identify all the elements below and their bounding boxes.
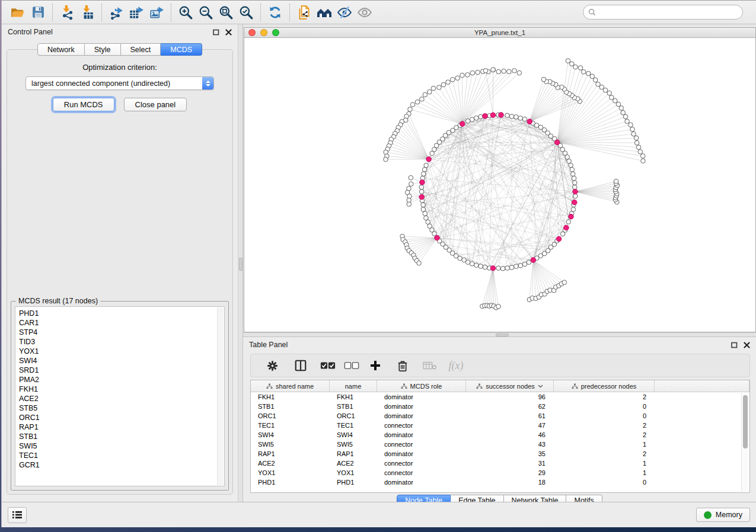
graph-edge[interactable] <box>529 87 562 121</box>
table-cell[interactable]: 18 <box>466 477 554 487</box>
graph-node[interactable] <box>419 185 424 190</box>
graph-edge[interactable] <box>529 121 537 258</box>
graph-node[interactable] <box>518 263 523 268</box>
save-session-button[interactable] <box>28 3 48 22</box>
tab-select[interactable]: Select <box>121 43 161 56</box>
table-row[interactable]: SWI4SWI4dominator462 <box>251 430 749 440</box>
delete-column-button[interactable] <box>391 357 414 374</box>
table-cell[interactable]: 1 <box>554 468 655 477</box>
zoom-in-button[interactable] <box>176 3 196 22</box>
graph-leaf-node[interactable] <box>603 88 608 92</box>
table-cell[interactable]: 47 <box>466 421 554 430</box>
graph-edge[interactable] <box>557 108 621 142</box>
table-cell[interactable]: connector <box>377 440 466 449</box>
mcds-result-item[interactable]: TID3 <box>19 337 224 347</box>
import-network-button[interactable] <box>57 3 77 22</box>
graph-node[interactable] <box>465 119 470 124</box>
mcds-result-item[interactable]: ORC1 <box>19 413 224 422</box>
table-cell[interactable]: YOX1 <box>330 468 377 477</box>
graph-node[interactable] <box>465 260 470 265</box>
table-row[interactable]: SWI5SWI5connector431 <box>251 440 749 449</box>
graph-edge[interactable] <box>398 127 429 159</box>
graph-edge[interactable] <box>548 142 557 251</box>
table-cell[interactable]: 61 <box>466 411 554 421</box>
table-cell[interactable]: ACE2 <box>251 459 330 468</box>
graph-leaf-node[interactable] <box>578 66 583 70</box>
graph-leaf-node[interactable] <box>634 136 639 140</box>
hide-selected-button[interactable] <box>334 3 355 22</box>
graph-leaf-node[interactable] <box>437 85 442 90</box>
graph-leaf-node[interactable] <box>496 304 501 309</box>
graph-node[interactable] <box>424 163 429 168</box>
splitter-grip[interactable] <box>496 334 509 336</box>
graph-leaf-node[interactable] <box>483 69 488 73</box>
graph-node[interactable] <box>509 114 514 119</box>
refresh-view-button[interactable] <box>265 3 285 22</box>
show-all-button[interactable] <box>355 3 375 22</box>
graph-mcds-node[interactable] <box>426 156 432 162</box>
graph-edge[interactable] <box>557 142 640 152</box>
panel-list-button[interactable] <box>8 507 27 523</box>
zoom-fit-button[interactable] <box>216 3 236 22</box>
graph-node[interactable] <box>569 163 573 168</box>
table-row[interactable]: FKH1FKH1dominator962 <box>251 392 749 402</box>
graph-edge[interactable] <box>529 82 550 121</box>
graph-mcds-node[interactable] <box>531 258 536 263</box>
table-cell[interactable]: 62 <box>466 402 554 411</box>
graph-mcds-node[interactable] <box>419 194 425 200</box>
graph-leaf-node[interactable] <box>441 82 446 87</box>
open-file-button[interactable] <box>8 3 28 22</box>
graph-edge[interactable] <box>413 105 462 124</box>
export-network-button[interactable] <box>106 3 126 22</box>
table-cell[interactable]: PHD1 <box>330 477 377 487</box>
vertical-splitter[interactable] <box>238 24 243 502</box>
graph-leaf-node[interactable] <box>384 157 388 162</box>
graph-node[interactable] <box>514 115 519 120</box>
graph-node[interactable] <box>423 211 428 216</box>
close-panel-button[interactable]: Close panel <box>124 98 187 111</box>
mcds-result-item[interactable]: SWI4 <box>19 356 224 366</box>
graph-node[interactable] <box>570 167 575 172</box>
graph-leaf-node[interactable] <box>590 74 595 79</box>
graph-node[interactable] <box>518 116 523 121</box>
table-row[interactable]: ACE2ACE2connector311 <box>251 459 749 468</box>
graph-node[interactable] <box>421 203 426 207</box>
table-cell[interactable]: connector <box>377 459 466 468</box>
graph-node[interactable] <box>426 220 430 225</box>
graph-leaf-node[interactable] <box>613 98 618 103</box>
table-cell[interactable]: dominator <box>377 392 466 402</box>
import-table-button[interactable] <box>77 3 97 22</box>
mcds-result-item[interactable]: ACE2 <box>19 394 224 403</box>
table-cell[interactable]: FKH1 <box>251 392 330 402</box>
graph-leaf-node[interactable] <box>502 69 506 73</box>
graph-edge[interactable] <box>557 84 598 142</box>
graph-edge[interactable] <box>575 188 616 192</box>
graph-node[interactable] <box>479 264 483 269</box>
graph-leaf-node[interactable] <box>593 78 598 82</box>
table-cell[interactable]: STB1 <box>251 402 330 411</box>
graph-edge[interactable] <box>529 84 553 122</box>
graph-leaf-node[interactable] <box>599 85 604 89</box>
graph-node[interactable] <box>470 117 474 122</box>
graph-mcds-node[interactable] <box>420 180 425 185</box>
graph-leaf-node[interactable] <box>541 77 546 82</box>
graph-edge[interactable] <box>557 90 605 142</box>
graph-leaf-node[interactable] <box>566 59 570 63</box>
column-header-name[interactable]: name <box>330 380 377 392</box>
graph-node[interactable] <box>527 260 531 265</box>
table-cell[interactable]: 2 <box>554 392 655 402</box>
graph-edge[interactable] <box>575 191 615 200</box>
graph-leaf-node[interactable] <box>586 71 591 76</box>
graph-leaf-node[interactable] <box>496 69 501 74</box>
graph-node[interactable] <box>573 185 578 190</box>
table-cell[interactable]: dominator <box>377 449 466 459</box>
graph-leaf-node[interactable] <box>573 65 578 69</box>
table-cell[interactable]: 0 <box>554 402 655 411</box>
graph-node[interactable] <box>571 207 576 212</box>
graph-edge[interactable] <box>409 114 429 159</box>
graph-leaf-node[interactable] <box>409 182 414 187</box>
graph-edge[interactable] <box>557 125 631 142</box>
zoom-selected-button[interactable] <box>236 3 256 22</box>
graph-leaf-node[interactable] <box>446 80 451 85</box>
table-cell[interactable]: 96 <box>466 392 554 402</box>
